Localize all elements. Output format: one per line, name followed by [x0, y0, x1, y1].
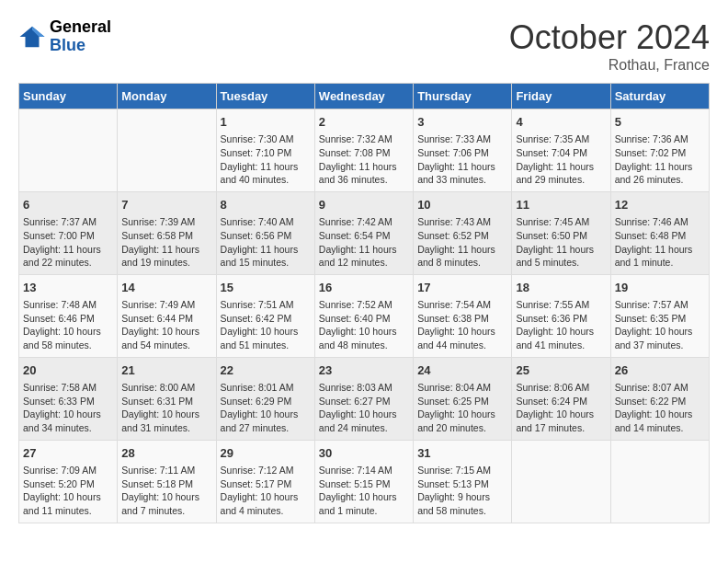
- cell-info: Sunrise: 8:04 AMSunset: 6:25 PMDaylight:…: [417, 381, 507, 435]
- day-number: 11: [516, 197, 606, 213]
- header-monday: Monday: [118, 84, 216, 109]
- cell-info: Sunrise: 7:33 AMSunset: 7:06 PMDaylight:…: [417, 132, 507, 187]
- calendar-cell: 5Sunrise: 7:36 AMSunset: 7:02 PMDaylight…: [610, 109, 709, 192]
- cell-info: Sunrise: 7:14 AMSunset: 5:15 PMDaylight:…: [319, 464, 409, 518]
- calendar-cell: 16Sunrise: 7:52 AMSunset: 6:40 PMDayligh…: [314, 274, 413, 357]
- day-number: 28: [121, 445, 211, 462]
- calendar-cell: [512, 440, 610, 523]
- calendar-cell: 10Sunrise: 7:43 AMSunset: 6:52 PMDayligh…: [414, 191, 512, 274]
- calendar-week-2: 6Sunrise: 7:37 AMSunset: 7:00 PMDaylight…: [19, 191, 710, 274]
- calendar-cell: 6Sunrise: 7:37 AMSunset: 7:00 PMDaylight…: [19, 191, 118, 274]
- calendar-cell: 8Sunrise: 7:40 AMSunset: 6:56 PMDaylight…: [216, 191, 314, 274]
- calendar-cell: 26Sunrise: 8:07 AMSunset: 6:22 PMDayligh…: [610, 357, 709, 440]
- calendar-cell: 13Sunrise: 7:48 AMSunset: 6:46 PMDayligh…: [19, 274, 118, 357]
- day-number: 8: [221, 197, 311, 213]
- calendar-cell: 3Sunrise: 7:33 AMSunset: 7:06 PMDaylight…: [414, 109, 512, 192]
- cell-info: Sunrise: 7:52 AMSunset: 6:40 PMDaylight:…: [319, 298, 409, 352]
- cell-info: Sunrise: 7:30 AMSunset: 7:10 PMDaylight:…: [221, 132, 311, 187]
- header-saturday: Saturday: [610, 84, 709, 109]
- day-number: 23: [319, 362, 409, 379]
- calendar-cell: [19, 109, 118, 192]
- calendar-cell: 14Sunrise: 7:49 AMSunset: 6:44 PMDayligh…: [118, 274, 216, 357]
- calendar-cell: [118, 109, 216, 192]
- day-number: 18: [516, 280, 606, 296]
- cell-info: Sunrise: 7:45 AMSunset: 6:50 PMDaylight:…: [516, 215, 606, 270]
- calendar-cell: 25Sunrise: 8:06 AMSunset: 6:24 PMDayligh…: [512, 357, 610, 440]
- day-number: 31: [417, 445, 507, 462]
- calendar-cell: 11Sunrise: 7:45 AMSunset: 6:50 PMDayligh…: [512, 191, 610, 274]
- day-number: 6: [23, 197, 113, 213]
- cell-info: Sunrise: 8:06 AMSunset: 6:24 PMDaylight:…: [516, 381, 606, 435]
- cell-info: Sunrise: 7:49 AMSunset: 6:44 PMDaylight:…: [121, 298, 211, 352]
- day-number: 3: [417, 114, 507, 131]
- calendar-cell: 9Sunrise: 7:42 AMSunset: 6:54 PMDaylight…: [314, 191, 413, 274]
- cell-info: Sunrise: 7:32 AMSunset: 7:08 PMDaylight:…: [319, 132, 409, 187]
- cell-info: Sunrise: 7:37 AMSunset: 7:00 PMDaylight:…: [23, 215, 113, 270]
- day-number: 24: [417, 362, 507, 379]
- logo-blue: Blue: [50, 37, 111, 55]
- day-number: 15: [221, 280, 311, 296]
- cell-info: Sunrise: 7:43 AMSunset: 6:52 PMDaylight:…: [417, 215, 507, 270]
- day-number: 9: [319, 197, 409, 213]
- title-block: October 2024 Rothau, France: [509, 18, 710, 74]
- cell-info: Sunrise: 7:51 AMSunset: 6:42 PMDaylight:…: [221, 298, 311, 352]
- header-wednesday: Wednesday: [314, 84, 413, 109]
- calendar-cell: 15Sunrise: 7:51 AMSunset: 6:42 PMDayligh…: [216, 274, 314, 357]
- logo-text: General Blue: [50, 18, 111, 55]
- calendar-cell: 7Sunrise: 7:39 AMSunset: 6:58 PMDaylight…: [118, 191, 216, 274]
- calendar-table: SundayMondayTuesdayWednesdayThursdayFrid…: [18, 83, 710, 523]
- calendar-cell: 22Sunrise: 8:01 AMSunset: 6:29 PMDayligh…: [216, 357, 314, 440]
- calendar-cell: 21Sunrise: 8:00 AMSunset: 6:31 PMDayligh…: [118, 357, 216, 440]
- cell-info: Sunrise: 7:36 AMSunset: 7:02 PMDaylight:…: [615, 132, 705, 187]
- calendar-week-5: 27Sunrise: 7:09 AMSunset: 5:20 PMDayligh…: [19, 440, 710, 523]
- day-number: 5: [615, 114, 705, 131]
- day-number: 20: [23, 362, 113, 379]
- cell-info: Sunrise: 7:57 AMSunset: 6:35 PMDaylight:…: [615, 298, 705, 352]
- cell-info: Sunrise: 8:07 AMSunset: 6:22 PMDaylight:…: [615, 381, 705, 435]
- day-number: 2: [319, 114, 409, 131]
- cell-info: Sunrise: 7:54 AMSunset: 6:38 PMDaylight:…: [417, 298, 507, 352]
- cell-info: Sunrise: 8:00 AMSunset: 6:31 PMDaylight:…: [121, 381, 211, 435]
- calendar-cell: 27Sunrise: 7:09 AMSunset: 5:20 PMDayligh…: [19, 440, 118, 523]
- calendar-cell: 20Sunrise: 7:58 AMSunset: 6:33 PMDayligh…: [19, 357, 118, 440]
- day-number: 10: [417, 197, 507, 213]
- header-sunday: Sunday: [19, 84, 118, 109]
- header-tuesday: Tuesday: [216, 84, 314, 109]
- header-friday: Friday: [512, 84, 610, 109]
- logo: General Blue: [18, 18, 111, 55]
- cell-info: Sunrise: 8:01 AMSunset: 6:29 PMDaylight:…: [221, 381, 311, 435]
- calendar-cell: 28Sunrise: 7:11 AMSunset: 5:18 PMDayligh…: [118, 440, 216, 523]
- calendar-cell: 30Sunrise: 7:14 AMSunset: 5:15 PMDayligh…: [314, 440, 413, 523]
- logo-icon: [18, 23, 46, 51]
- logo-general: General: [50, 18, 111, 37]
- cell-info: Sunrise: 7:55 AMSunset: 6:36 PMDaylight:…: [516, 298, 606, 352]
- calendar-week-1: 1Sunrise: 7:30 AMSunset: 7:10 PMDaylight…: [19, 109, 710, 192]
- cell-info: Sunrise: 7:12 AMSunset: 5:17 PMDaylight:…: [221, 464, 311, 518]
- cell-info: Sunrise: 7:09 AMSunset: 5:20 PMDaylight:…: [23, 464, 113, 518]
- day-number: 17: [417, 280, 507, 296]
- calendar-cell: 4Sunrise: 7:35 AMSunset: 7:04 PMDaylight…: [512, 109, 610, 192]
- calendar-cell: 24Sunrise: 8:04 AMSunset: 6:25 PMDayligh…: [414, 357, 512, 440]
- day-number: 21: [121, 362, 211, 379]
- page-header: General Blue October 2024 Rothau, France: [18, 18, 710, 74]
- cell-info: Sunrise: 7:15 AMSunset: 5:13 PMDaylight:…: [417, 464, 507, 518]
- calendar-week-3: 13Sunrise: 7:48 AMSunset: 6:46 PMDayligh…: [19, 274, 710, 357]
- calendar-cell: 29Sunrise: 7:12 AMSunset: 5:17 PMDayligh…: [216, 440, 314, 523]
- calendar-cell: 19Sunrise: 7:57 AMSunset: 6:35 PMDayligh…: [610, 274, 709, 357]
- day-number: 26: [615, 362, 705, 379]
- day-number: 29: [221, 445, 311, 462]
- calendar-cell: 12Sunrise: 7:46 AMSunset: 6:48 PMDayligh…: [610, 191, 709, 274]
- calendar-header-row: SundayMondayTuesdayWednesdayThursdayFrid…: [19, 84, 710, 109]
- calendar-cell: 23Sunrise: 8:03 AMSunset: 6:27 PMDayligh…: [314, 357, 413, 440]
- calendar-cell: 31Sunrise: 7:15 AMSunset: 5:13 PMDayligh…: [414, 440, 512, 523]
- day-number: 27: [23, 445, 113, 462]
- calendar-cell: 1Sunrise: 7:30 AMSunset: 7:10 PMDaylight…: [216, 109, 314, 192]
- day-number: 25: [516, 362, 606, 379]
- cell-info: Sunrise: 7:58 AMSunset: 6:33 PMDaylight:…: [23, 381, 113, 435]
- day-number: 22: [221, 362, 311, 379]
- cell-info: Sunrise: 7:11 AMSunset: 5:18 PMDaylight:…: [121, 464, 211, 518]
- cell-info: Sunrise: 7:39 AMSunset: 6:58 PMDaylight:…: [121, 215, 211, 270]
- day-number: 12: [615, 197, 705, 213]
- day-number: 7: [121, 197, 211, 213]
- day-number: 4: [516, 114, 606, 131]
